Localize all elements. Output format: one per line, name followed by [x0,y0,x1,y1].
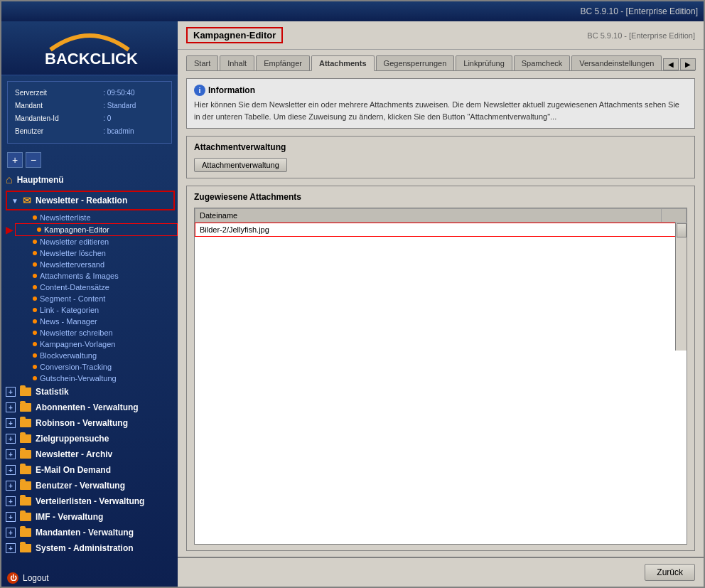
arrow-indicator: ▶ [6,224,14,235]
bullet-icon [33,240,37,244]
sidebar-item-nl-versand[interactable]: Newsletterversand [11,259,178,270]
folder-icon [20,481,31,490]
folder-icon [20,466,31,474]
sidebar-section-newsletter: ▼ ✉ Newsletter - Redaktion Newsletterlis… [1,189,178,384]
bullet-icon [33,342,37,346]
sidebar-item-newsletterliste[interactable]: Newsletterliste [11,212,178,223]
mandanten-id-label: Mandanten-Id [15,113,102,124]
sidebar-item-news-manager[interactable]: News - Manager [11,316,178,327]
tab-next-btn[interactable]: ▶ [680,58,696,70]
attachments-table-container: Dateiname Bilder-2/Jellyfish.jpg [194,208,687,545]
serverzeit-value: : 09:50:40 [103,87,164,99]
attachment-mgmt-button[interactable]: Attachmentverwaltung [194,158,287,172]
bullet-icon [33,262,37,267]
attachment-mgmt-title: Attachmentverwaltung [194,142,687,152]
tab-inhalt[interactable]: Inhalt [220,55,254,70]
sidebar-item-conversion-tracking[interactable]: Conversion-Tracking [11,361,178,373]
assigned-attachments-title: Zugewiesene Attachments [194,192,687,202]
sidebar-item-nl-schreiben[interactable]: Newsletter schreiben [11,327,178,338]
folder-icon [20,528,31,537]
info-box: i Information Hier können Sie dem Newsle… [186,78,695,129]
sidebar-minus-btn[interactable]: − [26,152,41,168]
tab-start[interactable]: Start [186,55,218,70]
sidebar-item-kampagnen-vorlagen[interactable]: Kampagnen-Vorlagen [11,338,178,350]
sidebar-item-mandanten[interactable]: + Mandanten - Verwaltung [1,525,178,540]
bullet-icon [33,365,37,369]
scrollbar-thumb[interactable] [677,223,687,237]
folder-icon [20,497,31,506]
bullet-icon [33,376,37,380]
sidebar-item-robinson[interactable]: + Robinson - Verwaltung [1,415,178,431]
nl-item-label: Kampagnen-Vorlagen [40,340,115,348]
sidebar-item-newsletter-redaktion[interactable]: ▼ ✉ Newsletter - Redaktion [6,191,175,210]
nl-item-label: Newsletter schreiben [40,328,113,337]
tab-empfaenger[interactable]: Empfänger [256,55,310,70]
sidebar-item-benutzer[interactable]: + Benutzer - Verwaltung [1,478,178,493]
tab-prev-btn[interactable]: ◀ [663,58,679,70]
plus-icon: + [6,465,16,475]
nl-item-label: Gutschein-Verwaltung [40,374,117,383]
bullet-icon [33,308,37,312]
tab-linkpruefung[interactable]: Linkprüfung [456,55,512,70]
sidebar-item-nl-editieren[interactable]: Newsletter editieren [11,236,178,247]
sidebar-item-hauptmenu[interactable]: ⌂ Hauptmenü [1,171,178,189]
sidebar-add-btn[interactable]: + [7,152,23,168]
table-scroll-area[interactable]: Bilder-2/Jellyfish.jpg [195,223,687,351]
group-label: IMF - Verwaltung [36,512,103,522]
sidebar-toolbar: + − [1,149,178,171]
sidebar-item-segment-content[interactable]: Segment - Content [11,293,178,304]
tab-attachments[interactable]: Attachments [311,55,375,71]
group-label: Benutzer - Verwaltung [36,481,125,491]
sidebar-item-zielgruppensuche[interactable]: + Zielgruppensuche [1,431,178,447]
col-sort [662,209,687,223]
serverzeit-label: Serverzeit [15,87,102,99]
nl-item-label: News - Manager [40,317,97,326]
bullet-icon [33,274,37,278]
sidebar-item-imf[interactable]: + IMF - Verwaltung [1,509,178,525]
bullet-icon [33,331,37,335]
group-label: Statistik [36,387,69,397]
plus-icon: + [6,543,16,553]
benutzer-value: : bcadmin [103,126,164,137]
logout-item[interactable]: ⏻ Logout [1,570,178,587]
sidebar-item-gutschein-verwaltung[interactable]: Gutschein-Verwaltung [11,373,178,384]
page-title: Kampagnen-Editor [186,27,283,43]
folder-icon [20,450,31,459]
sidebar-item-abonnenten[interactable]: + Abonnenten - Verwaltung [1,400,178,415]
back-button[interactable]: Zurück [645,564,695,581]
plus-icon: + [6,528,16,538]
sidebar-item-blockverwaltung[interactable]: Blockverwaltung [11,350,178,361]
bullet-icon [33,251,37,255]
info-box-title: i Information [194,85,687,96]
plus-icon: + [6,434,16,444]
sidebar-item-link-kategorien[interactable]: Link - Kategorien [11,304,178,316]
folder-icon [20,513,31,521]
nl-item-label: Conversion-Tracking [40,363,112,371]
tab-gegensperrungen[interactable]: Gegensperrungen [376,55,455,70]
folder-icon [20,419,31,427]
scrollbar[interactable] [675,223,687,351]
sidebar-item-system-admin[interactable]: + System - Administration [1,540,178,556]
col-dateiname: Dateiname [195,209,662,223]
plus-icon: + [6,418,16,428]
tab-spamcheck[interactable]: Spamcheck [514,55,570,70]
sidebar-item-attachments-images[interactable]: Attachments & Images [11,270,178,282]
bullet-icon [33,319,37,324]
group-label: Zielgruppensuche [36,434,109,444]
tab-versandeinstellungen[interactable]: Versandeinstellungen [571,55,662,70]
assigned-attachments-section: Zugewiesene Attachments Dateiname [186,186,695,551]
sidebar-item-statistik[interactable]: + Statistik [1,384,178,400]
mandant-value: : Standard [103,100,164,112]
sidebar-item-kampagnen-editor[interactable]: Kampagnen-Editor [15,223,178,236]
logout-icon: ⏻ [7,572,18,584]
nl-item-label: Segment - Content [40,294,105,303]
sidebar-item-nl-archiv[interactable]: + Newsletter - Archiv [1,447,178,462]
attachment-mgmt-section: Attachmentverwaltung Attachmentverwaltun… [186,136,695,178]
sidebar-item-content-datensaetze[interactable]: Content-Datensätze [11,282,178,293]
sidebar-item-nl-loeschen[interactable]: Newsletter löschen [11,247,178,259]
plus-icon: + [6,512,16,522]
sidebar-item-email-on-demand[interactable]: + E-Mail On Demand [1,462,178,478]
sidebar-item-verteilerlisten[interactable]: + Verteilerlisten - Verwaltung [1,493,178,509]
bullet-icon [37,228,41,232]
folder-icon [20,403,31,412]
